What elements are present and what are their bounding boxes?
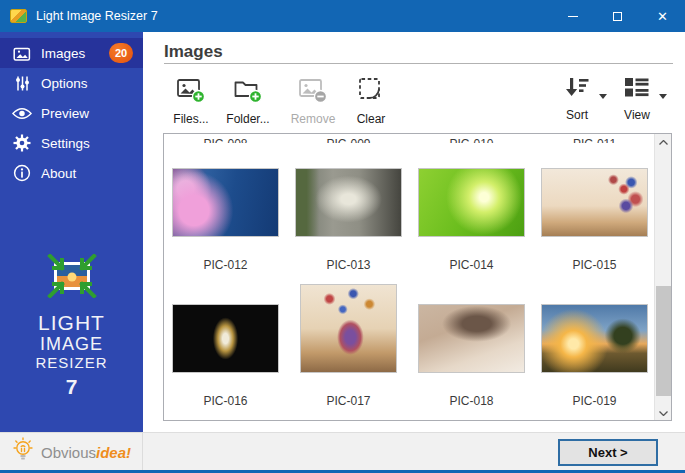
main-panel: Images Files... Folder... Remove Cl	[143, 32, 685, 432]
sidebar-item-about[interactable]: About	[0, 158, 143, 188]
footer: Obviousidea! Next >	[0, 432, 685, 470]
sidebar-item-label: About	[41, 166, 143, 181]
add-folder-button[interactable]: Folder...	[220, 76, 276, 126]
minimize-icon	[568, 16, 578, 17]
sidebar-item-options[interactable]: Options	[0, 68, 143, 98]
thumbnail-label: PIC-016	[203, 394, 247, 408]
thumbnail-label: PIC-018	[449, 394, 493, 408]
sidebar-item-label: Options	[41, 76, 143, 91]
scrollbar[interactable]	[654, 134, 671, 421]
clipped-cell: PIC-011	[533, 134, 656, 143]
sidebar-item-settings[interactable]: Settings	[0, 128, 143, 158]
clipped-row: PIC-008 PIC-009 PIC-010 PIC-011	[164, 134, 656, 143]
images-icon	[12, 43, 32, 63]
thumbnail-label: PIC-013	[326, 258, 370, 272]
thumbnail-image[interactable]	[418, 304, 525, 373]
scroll-up-icon[interactable]	[655, 134, 672, 151]
minimize-button[interactable]	[550, 0, 595, 32]
thumbnail-image[interactable]	[295, 168, 402, 237]
heading-divider	[164, 63, 673, 64]
grid-content: PIC-008 PIC-009 PIC-010 PIC-011 PIC-012 …	[164, 134, 656, 421]
grid-cell: PIC-018	[410, 284, 533, 408]
thumbnail-label: PIC-012	[203, 258, 247, 272]
sort-icon	[564, 76, 590, 104]
clipped-cell: PIC-010	[410, 134, 533, 143]
maximize-icon	[613, 12, 622, 21]
resizer-logo-icon	[46, 254, 98, 302]
sidebar: Images 20 Options Preview Settings	[0, 32, 143, 432]
add-files-label: Files...	[173, 112, 208, 126]
close-icon: ✕	[657, 10, 668, 23]
next-button[interactable]: Next >	[558, 439, 658, 466]
add-folder-label: Folder...	[226, 112, 269, 126]
remove-button[interactable]: Remove	[285, 76, 341, 126]
grid-cell: PIC-013	[287, 148, 410, 272]
sliders-icon	[12, 73, 32, 93]
titlebar: Light Image Resizer 7 ✕	[0, 0, 685, 32]
info-icon	[12, 163, 32, 183]
sidebar-item-images[interactable]: Images 20	[0, 38, 143, 68]
images-count-badge: 20	[109, 43, 133, 63]
lightbulb-icon	[11, 437, 35, 467]
sidebar-item-preview[interactable]: Preview	[0, 98, 143, 128]
logo-line-3: RESIZER	[0, 354, 143, 371]
thumbnail-label: PIC-017	[326, 394, 370, 408]
brand-logo[interactable]: Obviousidea!	[0, 433, 143, 471]
sidebar-item-label: Preview	[41, 106, 143, 121]
sidebar-nav: Images 20 Options Preview Settings	[0, 32, 143, 188]
grid-cell: PIC-017	[287, 284, 410, 408]
view-label: View	[624, 108, 650, 122]
window-title: Light Image Resizer 7	[36, 9, 550, 23]
add-folder-icon	[233, 76, 263, 108]
grid-cell: PIC-012	[164, 148, 287, 272]
grid-cell: PIC-014	[410, 148, 533, 272]
eye-icon	[12, 103, 32, 123]
thumbnail-image[interactable]	[300, 284, 397, 373]
gear-icon	[12, 133, 32, 153]
view-icon	[624, 76, 650, 104]
view-dropdown-arrow[interactable]	[659, 94, 667, 99]
logo-version: 7	[0, 375, 143, 399]
thumbnail-image[interactable]	[172, 168, 279, 237]
image-grid: PIC-008 PIC-009 PIC-010 PIC-011 PIC-012 …	[163, 133, 672, 421]
sort-label: Sort	[566, 108, 588, 122]
scrollbar-thumb[interactable]	[656, 286, 671, 396]
add-files-icon	[176, 76, 206, 108]
sidebar-item-label: Images	[41, 46, 109, 61]
grid-row: PIC-012 PIC-013 PIC-014 PIC-015	[164, 148, 656, 272]
remove-label: Remove	[291, 112, 336, 126]
thumbnail-image[interactable]	[172, 304, 279, 373]
thumbnail-label: PIC-014	[449, 258, 493, 272]
page-title: Images	[164, 42, 223, 62]
sidebar-item-label: Settings	[41, 136, 143, 151]
add-files-button[interactable]: Files...	[163, 76, 219, 126]
clear-icon	[356, 76, 386, 108]
remove-icon	[298, 76, 328, 108]
logo-line-1: LIGHT	[0, 312, 143, 335]
sort-button[interactable]: Sort	[555, 76, 599, 122]
scroll-down-icon[interactable]	[655, 405, 672, 421]
clipped-cell: PIC-008	[164, 134, 287, 143]
grid-row: PIC-016 PIC-017 PIC-018 PIC-019	[164, 284, 656, 408]
thumbnail-label: PIC-019	[572, 394, 616, 408]
app-logo: LIGHT IMAGE RESIZER 7	[0, 254, 143, 399]
logo-line-2: IMAGE	[0, 335, 143, 354]
clipped-cell: PIC-009	[287, 134, 410, 143]
grid-cell: PIC-019	[533, 284, 656, 408]
brand-text: Obviousidea!	[41, 444, 131, 461]
thumbnail-image[interactable]	[541, 168, 648, 237]
app-window: Light Image Resizer 7 ✕ Images 20 Option…	[0, 0, 685, 473]
app-icon	[10, 9, 27, 23]
close-button[interactable]: ✕	[640, 0, 685, 32]
sort-dropdown-arrow[interactable]	[599, 94, 607, 99]
thumbnail-label: PIC-015	[572, 258, 616, 272]
grid-cell: PIC-016	[164, 284, 287, 408]
maximize-button[interactable]	[595, 0, 640, 32]
grid-cell: PIC-015	[533, 148, 656, 272]
view-button[interactable]: View	[615, 76, 659, 122]
clear-button[interactable]: Clear	[343, 76, 399, 126]
clear-label: Clear	[357, 112, 386, 126]
thumbnail-image[interactable]	[541, 304, 648, 373]
thumbnail-image[interactable]	[418, 168, 525, 237]
